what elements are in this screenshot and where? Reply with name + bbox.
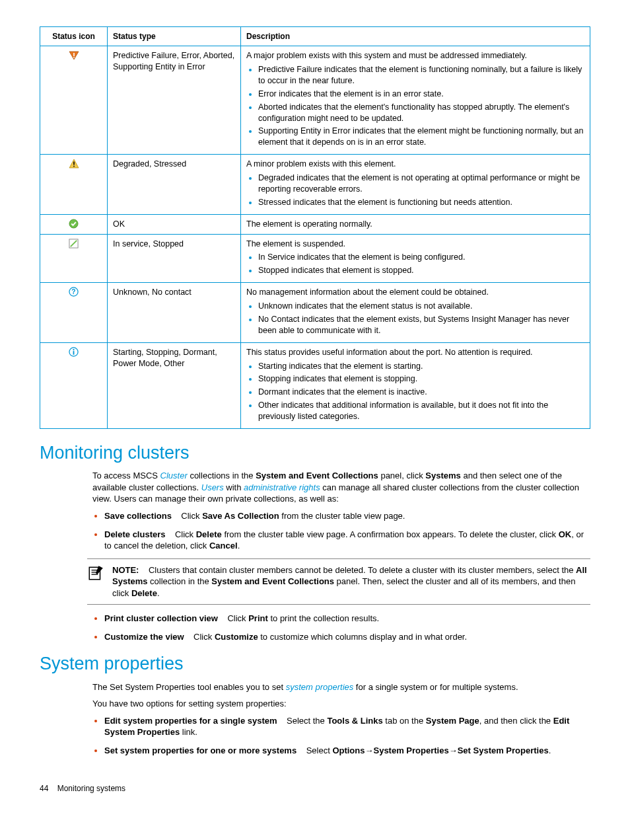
status-type-cell: Unknown, No contact xyxy=(108,283,241,343)
th-status-icon: Status icon xyxy=(40,27,108,46)
list-item: Edit system properties for a single syst… xyxy=(104,715,590,738)
page-number: 44 xyxy=(40,784,48,793)
page-footer: 44 Monitoring systems xyxy=(40,783,590,794)
link-system-properties[interactable]: system properties xyxy=(286,682,354,692)
status-info-icon xyxy=(40,342,108,428)
status-type-cell: Degraded, Stressed xyxy=(108,155,241,215)
list-item: Predictive Failure indicates that the el… xyxy=(258,64,584,87)
link-cluster[interactable]: Cluster xyxy=(160,471,188,480)
list-item: Stopped indicates that element is stoppe… xyxy=(258,265,584,276)
system-properties-intro: The Set System Properties tool enables y… xyxy=(92,681,590,693)
svg-point-12 xyxy=(73,349,74,350)
status-type-cell: OK xyxy=(108,214,241,234)
heading-monitoring-clusters: Monitoring clusters xyxy=(40,441,590,465)
list-item: Save collections Click Save As Collectio… xyxy=(104,510,590,522)
svg-rect-5 xyxy=(73,166,75,167)
table-row: Degraded, StressedA minor problem exists… xyxy=(40,155,590,215)
status-desc-cell: No management information about the elem… xyxy=(241,283,590,343)
cluster-actions-list-2: Print cluster collection view Click Prin… xyxy=(92,613,590,642)
list-item: Aborted indicates that the element's fun… xyxy=(258,102,584,124)
list-item: Dormant indicates that the element is in… xyxy=(258,387,584,398)
note-text: NOTE: Clusters that contain cluster memb… xyxy=(112,564,590,599)
link-admin-rights[interactable]: administrative rights xyxy=(244,482,320,492)
th-description: Description xyxy=(241,27,590,46)
status-ok-icon xyxy=(40,214,108,234)
status-suspended-icon xyxy=(40,234,108,283)
status-warning-icon xyxy=(40,155,108,215)
status-type-cell: Starting, Stopping, Dormant, Power Mode,… xyxy=(108,342,241,428)
svg-rect-13 xyxy=(73,351,75,355)
note-icon xyxy=(87,564,106,599)
status-desc-cell: A minor problem exists with this element… xyxy=(241,155,590,215)
th-status-type: Status type xyxy=(108,27,241,46)
status-unknown-icon: ? xyxy=(40,283,108,343)
list-item: Supporting Entity in Error indicates tha… xyxy=(258,126,584,148)
list-item: Customize the view Click Customize to cu… xyxy=(104,631,590,643)
svg-rect-2 xyxy=(73,57,75,58)
table-row: OKThe element is operating normally. xyxy=(40,214,590,234)
list-item: In Service indicates that the element is… xyxy=(258,252,584,263)
status-desc-cell: This status provides useful information … xyxy=(241,342,590,428)
list-item: Stressed indicates that the element is f… xyxy=(258,197,584,208)
link-users[interactable]: Users xyxy=(201,482,224,492)
status-type-cell: In service, Stopped xyxy=(108,234,241,283)
list-item: Starting indicates that the element is s… xyxy=(258,361,584,372)
note-block: NOTE: Clusters that contain cluster memb… xyxy=(87,558,590,605)
monitoring-clusters-intro: To access MSCS Cluster collections in th… xyxy=(92,470,590,505)
table-row: ?Unknown, No contactNo management inform… xyxy=(40,283,590,343)
svg-rect-1 xyxy=(73,53,75,56)
list-item: Delete clusters Click Delete from the cl… xyxy=(104,529,590,552)
status-desc-cell: The element is operating normally. xyxy=(241,214,590,234)
table-row: In service, StoppedThe element is suspen… xyxy=(40,234,590,283)
list-item: Degraded indicates that the element is n… xyxy=(258,172,584,195)
table-row: Starting, Stopping, Dormant, Power Mode,… xyxy=(40,342,590,428)
list-item: Set system properties for one or more sy… xyxy=(104,745,590,757)
list-item: Print cluster collection view Click Prin… xyxy=(104,613,590,625)
list-item: No Contact indicates that the element ex… xyxy=(258,314,584,336)
list-item: Error indicates that the element is in a… xyxy=(258,89,584,100)
status-error-icon xyxy=(40,46,108,155)
footer-title: Monitoring systems xyxy=(57,784,125,793)
svg-rect-4 xyxy=(73,162,75,165)
svg-text:?: ? xyxy=(71,288,75,295)
status-desc-cell: The element is suspended.In Service indi… xyxy=(241,234,590,283)
status-desc-cell: A major problem exists with this system … xyxy=(241,46,590,155)
status-icon-table: Status icon Status type Description Pred… xyxy=(40,26,590,429)
cluster-actions-list: Save collections Click Save As Collectio… xyxy=(92,510,590,552)
status-type-cell: Predictive Failure, Error, Aborted, Supp… xyxy=(108,46,241,155)
system-properties-options: You have two options for setting system … xyxy=(92,698,590,710)
list-item: Other indicates that additional informat… xyxy=(258,400,584,422)
list-item: Unknown indicates that the element statu… xyxy=(258,301,584,312)
system-properties-list: Edit system properties for a single syst… xyxy=(92,715,590,757)
heading-system-properties: System properties xyxy=(40,652,590,675)
table-row: Predictive Failure, Error, Aborted, Supp… xyxy=(40,46,590,155)
list-item: Stopping indicates that element is stopp… xyxy=(258,373,584,385)
